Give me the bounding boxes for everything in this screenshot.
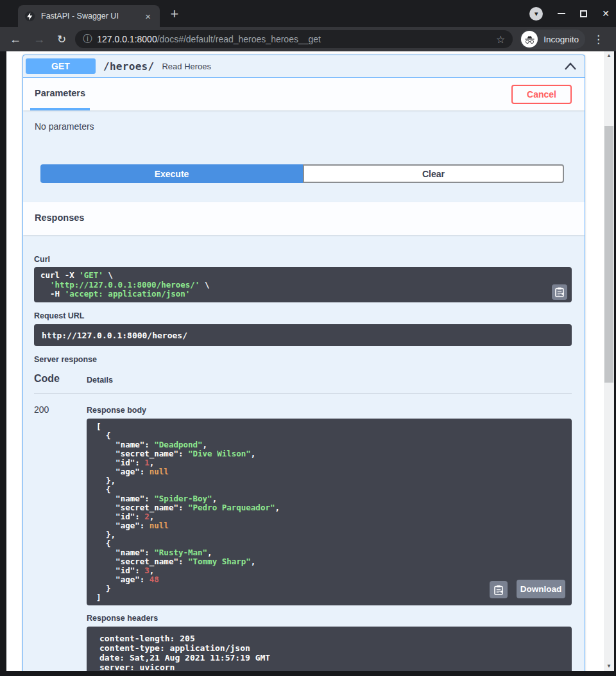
response-body-json: [ { "name": "Deadpond", "secret_name": "… — [96, 422, 565, 602]
site-info-icon[interactable]: ⓘ — [83, 33, 92, 45]
tab-strip: FastAPI - Swagger UI × + ▾ ✕ — [0, 0, 616, 27]
response-body-block: [ { "name": "Deadpond", "secret_name": "… — [87, 419, 572, 605]
page-scrollbar[interactable]: ▲ ▼ — [604, 51, 614, 671]
response-headers-label: Response headers — [87, 614, 572, 623]
copy-response-button[interactable] — [490, 581, 508, 598]
response-details: Response body [ { "name": "Deadpond", "s… — [87, 404, 572, 671]
clear-button[interactable]: Clear — [303, 164, 564, 183]
response-body-label: Response body — [87, 406, 572, 415]
swagger-ui: GET /heroes/ Read Heroes Parameters Canc… — [22, 55, 585, 671]
response-row: 200 Response body [ { "name": "Deadpond"… — [34, 404, 572, 671]
cancel-button[interactable]: Cancel — [511, 85, 572, 104]
opblock-summary[interactable]: GET /heroes/ Read Heroes — [23, 55, 585, 78]
incognito-icon — [521, 31, 538, 48]
menu-dots-icon[interactable]: ⋮ — [593, 33, 604, 46]
forward-icon: → — [33, 33, 45, 45]
browser-toolbar: ← → ↻ ⓘ 127.0.0.1:8000/docs#/default/rea… — [0, 27, 616, 51]
endpoint-summary: Read Heroes — [162, 62, 211, 71]
request-url-label: Request URL — [34, 311, 572, 320]
url-path: /docs#/default/read_heroes_heroes__get — [157, 34, 321, 44]
incognito-label: Incognito — [543, 35, 579, 44]
response-headers-block: content-length: 205 content-type: applic… — [87, 627, 572, 671]
reload-icon[interactable]: ↻ — [57, 34, 66, 45]
collapse-chevron-icon[interactable] — [564, 62, 577, 71]
copy-curl-button[interactable] — [552, 284, 567, 300]
url-host: 127.0.0.1:8000 — [97, 34, 157, 44]
tab-title: FastAPI - Swagger UI — [41, 12, 142, 21]
status-code: 200 — [34, 404, 87, 671]
incognito-badge: Incognito — [520, 30, 585, 49]
response-headers-text: content-length: 205 content-type: applic… — [99, 634, 565, 671]
request-url-block: http://127.0.0.1:8000/heroes/ — [34, 324, 572, 346]
request-url-value: http://127.0.0.1:8000/heroes/ — [42, 331, 187, 340]
scrollbar-thumb[interactable] — [604, 126, 613, 383]
curl-block: curl -X 'GET' \ 'http://127.0.0.1:8000/h… — [34, 267, 572, 302]
back-icon[interactable]: ← — [10, 33, 21, 45]
scroll-down-icon[interactable]: ▼ — [604, 663, 614, 670]
responses-table: Code Details 200 Response body [ { "name… — [34, 373, 572, 671]
method-badge: GET — [26, 58, 96, 74]
details-column-header: Details — [87, 376, 113, 385]
window-close-button[interactable]: ✕ — [602, 9, 610, 18]
fastapi-favicon-icon — [24, 11, 35, 22]
maximize-button[interactable] — [580, 10, 587, 17]
opblock-get-heroes: GET /heroes/ Read Heroes Parameters Canc… — [22, 55, 585, 671]
server-response-label: Server response — [34, 355, 572, 364]
execute-button[interactable]: Execute — [40, 164, 303, 183]
execute-row: Execute Clear — [40, 164, 564, 183]
page-viewport: GET /heroes/ Read Heroes Parameters Canc… — [6, 51, 614, 671]
minimize-button[interactable] — [558, 13, 565, 14]
scroll-up-icon[interactable]: ▲ — [604, 53, 614, 59]
curl-command: curl -X 'GET' \ 'http://127.0.0.1:8000/h… — [40, 271, 565, 299]
browser-update-icon[interactable]: ▾ — [529, 7, 543, 21]
window-controls: ▾ ✕ — [529, 0, 610, 27]
responses-header: Responses — [23, 202, 585, 235]
tab-close-icon[interactable]: × — [142, 10, 153, 22]
browser-window: FastAPI - Swagger UI × + ▾ ✕ ← → ↻ ⓘ 127… — [0, 0, 616, 676]
download-button[interactable]: Download — [517, 580, 565, 598]
parameters-body: No parameters Execute Clear — [23, 110, 585, 202]
bookmark-star-icon[interactable]: ☆ — [496, 33, 505, 46]
responses-title: Responses — [35, 212, 84, 223]
url-text[interactable]: 127.0.0.1:8000/docs#/default/read_heroes… — [97, 34, 492, 44]
url-bar[interactable]: ⓘ 127.0.0.1:8000/docs#/default/read_hero… — [75, 30, 513, 48]
responses-table-head: Code Details — [34, 373, 572, 394]
parameters-title: Parameters — [35, 88, 85, 98]
curl-label: Curl — [34, 255, 572, 264]
browser-tab[interactable]: FastAPI - Swagger UI × — [18, 5, 160, 27]
responses-inner: Curl curl -X 'GET' \ 'http://127.0.0.1:8… — [23, 235, 585, 671]
code-column-header: Code — [34, 373, 87, 385]
parameters-header: Parameters Cancel — [23, 78, 585, 110]
no-parameters-text: No parameters — [35, 121, 94, 132]
new-tab-button[interactable]: + — [165, 4, 184, 24]
endpoint-path: /heroes/ — [103, 60, 154, 73]
